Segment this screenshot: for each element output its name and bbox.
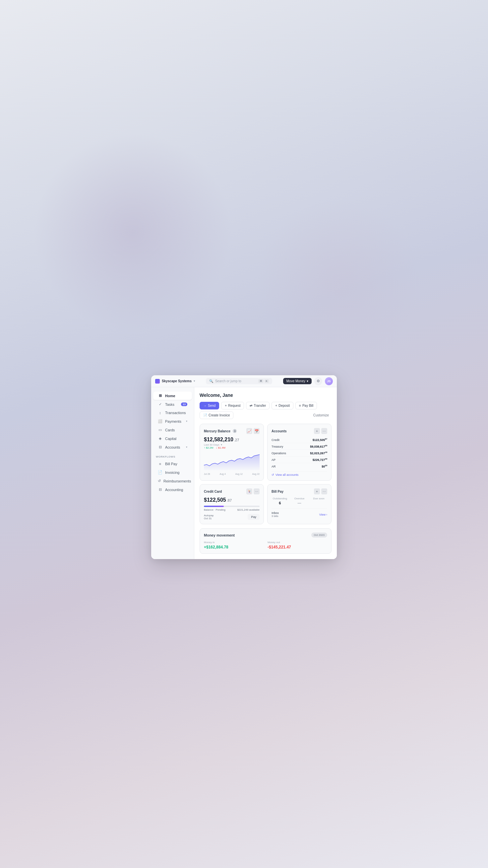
company-logo [155,379,160,383]
pay-bill-icon: ≡ [299,404,301,407]
chart-toggle-button[interactable]: 📈 [246,428,252,434]
balance-change: ↑ $2.2M ↓ $1.4M [204,446,260,449]
mercury-balance-card: Mercury Balance ℹ 📈 📅 $12,582,210 .27 [200,424,264,481]
account-row-ap[interactable]: AP $226,72740 [271,457,327,463]
move-money-button[interactable]: Move Money ▾ [283,378,312,384]
mercury-balance-amount: $12,582,210 .27 [204,437,260,443]
overdue-value: — [291,501,308,505]
bill-stat-outstanding: Outstanding 6 [271,497,288,505]
view-inbox-link[interactable]: View › [319,513,327,516]
sidebar-item-invoicing-label: Invoicing [165,470,180,474]
account-row-credit[interactable]: Credit $122,50587 [271,437,327,443]
sidebar-item-cards[interactable]: ▭ Cards [153,426,192,434]
sidebar: ⊞ Home ✓ Tasks 13 ↕ Transactions ⬜ Payme… [151,387,194,559]
view-all-accounts-link[interactable]: ↺ View all accounts [271,471,327,476]
credit-card-amount: $122,505 .87 [204,497,260,503]
balance-chart [204,452,260,470]
credit-card-main: $122,505 [204,497,226,503]
sidebar-item-payments[interactable]: ⬜ Payments ▾ [153,417,192,425]
sidebar-item-invoicing[interactable]: 📄 Invoicing [153,468,192,476]
mercury-balance-info-icon[interactable]: ℹ [233,429,237,433]
move-money-chevron-icon: ▾ [307,379,308,383]
account-row-ar[interactable]: AR $000 [271,463,327,469]
settings-button[interactable]: ⚙ [314,377,322,385]
account-balance-treasury: $9,038,61700 [310,445,327,448]
sidebar-item-capital[interactable]: ◈ Capital [153,434,192,443]
company-selector[interactable]: Skyscape Systems ▾ [155,379,195,383]
outstanding-value: 6 [271,501,288,505]
add-account-button[interactable]: + [314,428,320,434]
bill-pay-more-button[interactable]: ⋯ [321,488,327,494]
money-out-label: Money out [267,541,327,544]
create-invoice-button[interactable]: 📄 Create Invoice [200,411,233,419]
sidebar-item-reimbursements-label: Reimbursements [163,479,191,483]
autopay-label: Autopay [204,514,214,517]
accounts-card-title: Accounts [271,429,287,433]
outstanding-label: Outstanding [271,497,288,500]
deposit-label: Deposit [279,404,290,407]
create-invoice-label: Create Invoice [208,413,230,417]
money-movement-title: Money movement [204,533,235,537]
content-area: Welcome, Jane → Send + Request ⇄ Transfe… [194,387,337,559]
credit-card-cents: .87 [227,498,232,502]
money-movement-section: Money movement Oct 2023 Money in +$162,8… [200,528,331,554]
bill-inbox: Inbox 3 bills View › [271,508,327,518]
top-bar: Skyscape Systems ▾ 🔍 Search or jump to ⌘… [151,375,337,387]
money-in-value: +$162,884.78 [204,545,264,550]
account-name-ap: AP [271,458,275,462]
add-bill-button[interactable]: + [314,488,320,494]
sidebar-item-tasks-label: Tasks [165,402,174,406]
chart-label-1: Jul 28 [204,473,210,475]
customize-button[interactable]: Customize [311,411,331,419]
transfer-label: Transfer [254,404,266,407]
shortcut-cmd: ⌘ [258,379,264,383]
credit-card-title: Credit Card [204,490,222,493]
bill-stat-due-soon: Due soon [310,497,327,505]
mercury-balance-title-text: Mercury Balance [204,429,230,433]
sidebar-item-accounting[interactable]: ⊟ Accounting [153,486,192,494]
sidebar-item-home[interactable]: ⊞ Home [153,392,192,400]
view-all-label: View all accounts [275,473,298,476]
sidebar-item-tasks[interactable]: ✓ Tasks 13 [153,400,192,408]
change-down: ↓ $1.4M [216,446,225,449]
account-balance-ap: $226,72740 [313,458,327,462]
money-in-label: Money in [204,541,264,544]
sidebar-item-bill-pay[interactable]: ≡ Bill Pay [153,460,192,468]
account-row-treasury[interactable]: Treasury $9,038,61700 [271,443,327,450]
view-chevron-icon: › [326,513,327,516]
search-bar[interactable]: 🔍 Search or jump to ⌘ K [206,378,272,384]
request-icon: + [225,404,227,407]
view-all-icon: ↺ [271,473,274,476]
credit-card-icon-btn[interactable]: 🃏 [246,488,252,494]
accounts-more-button[interactable]: ⋯ [321,428,327,434]
sidebar-item-accounts[interactable]: ⊟ Accounts ▾ [153,443,192,451]
chart-label-3: Aug 12 [235,473,243,475]
pay-button[interactable]: Pay [248,514,260,520]
create-invoice-icon: 📄 [203,413,207,417]
sidebar-item-transactions[interactable]: ↕ Transactions [153,409,192,417]
account-row-operations[interactable]: Operations $2,023,26719 [271,450,327,457]
transfer-button[interactable]: ⇄ Transfer [246,402,269,409]
money-movement-date[interactable]: Oct 2023 [311,532,327,537]
sidebar-item-reimbursements[interactable]: ↺ Reimbursements [153,477,192,485]
payments-icon: ⬜ [158,419,162,423]
main-layout: ⊞ Home ✓ Tasks 13 ↕ Transactions ⬜ Payme… [151,387,337,559]
credit-card-more-btn[interactable]: ⋯ [254,488,260,494]
company-name-label: Skyscape Systems [162,379,192,383]
inbox-count: 3 bills [271,515,279,518]
deposit-button[interactable]: + Deposit [271,402,293,409]
account-name-operations: Operations [271,452,286,455]
request-button[interactable]: + Request [221,402,244,409]
accounts-card: Accounts + ⋯ Credit $122,50587 [267,424,331,481]
settings-icon: ⚙ [317,379,320,383]
pay-bill-button[interactable]: ≡ Pay Bill [295,402,317,409]
invoicing-icon: 📄 [158,470,162,474]
send-button[interactable]: → Send [200,402,219,409]
calendar-button[interactable]: 📅 [254,428,260,434]
account-name-ar: AR [271,465,276,468]
avatar[interactable]: JS [325,377,333,385]
send-label: Send [208,404,216,407]
deposit-icon: + [275,404,277,407]
inbox-label: Inbox [271,511,279,515]
accounts-card-actions: + ⋯ [314,428,327,434]
